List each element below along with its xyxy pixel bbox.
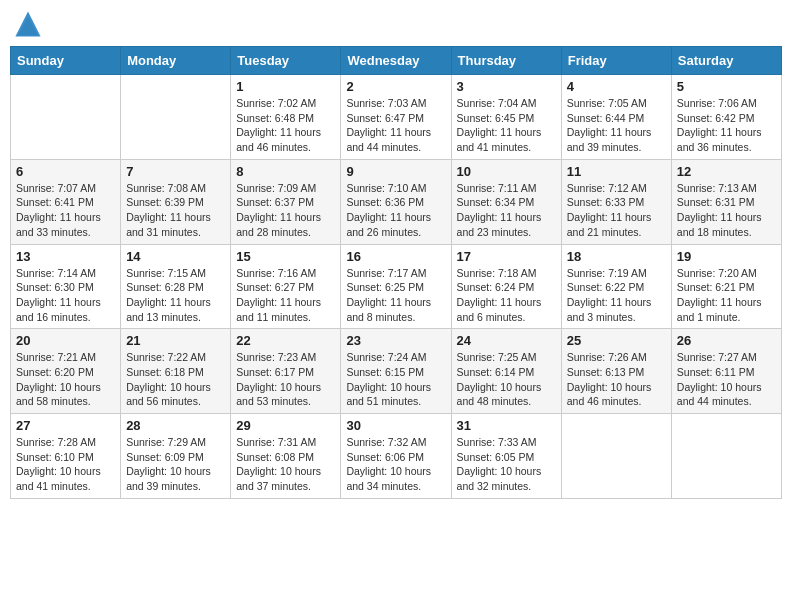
calendar-cell: 28Sunrise: 7:29 AM Sunset: 6:09 PM Dayli… <box>121 414 231 499</box>
day-info: Sunrise: 7:05 AM Sunset: 6:44 PM Dayligh… <box>567 96 666 155</box>
calendar-cell: 12Sunrise: 7:13 AM Sunset: 6:31 PM Dayli… <box>671 159 781 244</box>
calendar-cell: 5Sunrise: 7:06 AM Sunset: 6:42 PM Daylig… <box>671 75 781 160</box>
day-info: Sunrise: 7:22 AM Sunset: 6:18 PM Dayligh… <box>126 350 225 409</box>
calendar-header-sunday: Sunday <box>11 47 121 75</box>
day-number: 3 <box>457 79 556 94</box>
calendar-cell: 26Sunrise: 7:27 AM Sunset: 6:11 PM Dayli… <box>671 329 781 414</box>
day-info: Sunrise: 7:28 AM Sunset: 6:10 PM Dayligh… <box>16 435 115 494</box>
day-number: 25 <box>567 333 666 348</box>
day-info: Sunrise: 7:02 AM Sunset: 6:48 PM Dayligh… <box>236 96 335 155</box>
calendar-table: SundayMondayTuesdayWednesdayThursdayFrid… <box>10 46 782 499</box>
day-info: Sunrise: 7:08 AM Sunset: 6:39 PM Dayligh… <box>126 181 225 240</box>
day-number: 20 <box>16 333 115 348</box>
calendar-cell: 22Sunrise: 7:23 AM Sunset: 6:17 PM Dayli… <box>231 329 341 414</box>
day-info: Sunrise: 7:03 AM Sunset: 6:47 PM Dayligh… <box>346 96 445 155</box>
day-info: Sunrise: 7:19 AM Sunset: 6:22 PM Dayligh… <box>567 266 666 325</box>
calendar-header-saturday: Saturday <box>671 47 781 75</box>
day-number: 19 <box>677 249 776 264</box>
day-number: 24 <box>457 333 556 348</box>
day-number: 5 <box>677 79 776 94</box>
calendar-cell: 23Sunrise: 7:24 AM Sunset: 6:15 PM Dayli… <box>341 329 451 414</box>
calendar-cell: 20Sunrise: 7:21 AM Sunset: 6:20 PM Dayli… <box>11 329 121 414</box>
day-info: Sunrise: 7:24 AM Sunset: 6:15 PM Dayligh… <box>346 350 445 409</box>
day-info: Sunrise: 7:07 AM Sunset: 6:41 PM Dayligh… <box>16 181 115 240</box>
calendar-cell: 10Sunrise: 7:11 AM Sunset: 6:34 PM Dayli… <box>451 159 561 244</box>
day-number: 10 <box>457 164 556 179</box>
logo <box>14 10 46 38</box>
calendar-cell <box>121 75 231 160</box>
day-info: Sunrise: 7:16 AM Sunset: 6:27 PM Dayligh… <box>236 266 335 325</box>
calendar-cell: 19Sunrise: 7:20 AM Sunset: 6:21 PM Dayli… <box>671 244 781 329</box>
day-info: Sunrise: 7:13 AM Sunset: 6:31 PM Dayligh… <box>677 181 776 240</box>
calendar-cell: 9Sunrise: 7:10 AM Sunset: 6:36 PM Daylig… <box>341 159 451 244</box>
calendar-cell: 29Sunrise: 7:31 AM Sunset: 6:08 PM Dayli… <box>231 414 341 499</box>
calendar-cell: 8Sunrise: 7:09 AM Sunset: 6:37 PM Daylig… <box>231 159 341 244</box>
day-info: Sunrise: 7:20 AM Sunset: 6:21 PM Dayligh… <box>677 266 776 325</box>
day-info: Sunrise: 7:23 AM Sunset: 6:17 PM Dayligh… <box>236 350 335 409</box>
calendar-cell: 2Sunrise: 7:03 AM Sunset: 6:47 PM Daylig… <box>341 75 451 160</box>
day-info: Sunrise: 7:33 AM Sunset: 6:05 PM Dayligh… <box>457 435 556 494</box>
calendar-cell: 30Sunrise: 7:32 AM Sunset: 6:06 PM Dayli… <box>341 414 451 499</box>
day-info: Sunrise: 7:15 AM Sunset: 6:28 PM Dayligh… <box>126 266 225 325</box>
day-number: 23 <box>346 333 445 348</box>
day-number: 2 <box>346 79 445 94</box>
day-number: 22 <box>236 333 335 348</box>
day-info: Sunrise: 7:25 AM Sunset: 6:14 PM Dayligh… <box>457 350 556 409</box>
logo-icon <box>14 10 42 38</box>
day-info: Sunrise: 7:31 AM Sunset: 6:08 PM Dayligh… <box>236 435 335 494</box>
calendar-cell: 1Sunrise: 7:02 AM Sunset: 6:48 PM Daylig… <box>231 75 341 160</box>
calendar-cell: 7Sunrise: 7:08 AM Sunset: 6:39 PM Daylig… <box>121 159 231 244</box>
day-number: 28 <box>126 418 225 433</box>
day-info: Sunrise: 7:17 AM Sunset: 6:25 PM Dayligh… <box>346 266 445 325</box>
calendar-cell: 24Sunrise: 7:25 AM Sunset: 6:14 PM Dayli… <box>451 329 561 414</box>
day-number: 11 <box>567 164 666 179</box>
calendar-week-row: 20Sunrise: 7:21 AM Sunset: 6:20 PM Dayli… <box>11 329 782 414</box>
day-info: Sunrise: 7:26 AM Sunset: 6:13 PM Dayligh… <box>567 350 666 409</box>
calendar-cell: 21Sunrise: 7:22 AM Sunset: 6:18 PM Dayli… <box>121 329 231 414</box>
calendar-header-friday: Friday <box>561 47 671 75</box>
calendar-cell: 18Sunrise: 7:19 AM Sunset: 6:22 PM Dayli… <box>561 244 671 329</box>
day-info: Sunrise: 7:12 AM Sunset: 6:33 PM Dayligh… <box>567 181 666 240</box>
calendar-header-row: SundayMondayTuesdayWednesdayThursdayFrid… <box>11 47 782 75</box>
day-number: 8 <box>236 164 335 179</box>
calendar-cell: 16Sunrise: 7:17 AM Sunset: 6:25 PM Dayli… <box>341 244 451 329</box>
day-number: 9 <box>346 164 445 179</box>
day-number: 29 <box>236 418 335 433</box>
day-number: 13 <box>16 249 115 264</box>
calendar-cell: 6Sunrise: 7:07 AM Sunset: 6:41 PM Daylig… <box>11 159 121 244</box>
calendar-week-row: 1Sunrise: 7:02 AM Sunset: 6:48 PM Daylig… <box>11 75 782 160</box>
day-number: 31 <box>457 418 556 433</box>
calendar-cell: 13Sunrise: 7:14 AM Sunset: 6:30 PM Dayli… <box>11 244 121 329</box>
day-info: Sunrise: 7:29 AM Sunset: 6:09 PM Dayligh… <box>126 435 225 494</box>
day-info: Sunrise: 7:11 AM Sunset: 6:34 PM Dayligh… <box>457 181 556 240</box>
calendar-cell <box>11 75 121 160</box>
calendar-week-row: 27Sunrise: 7:28 AM Sunset: 6:10 PM Dayli… <box>11 414 782 499</box>
day-number: 17 <box>457 249 556 264</box>
day-number: 12 <box>677 164 776 179</box>
day-info: Sunrise: 7:32 AM Sunset: 6:06 PM Dayligh… <box>346 435 445 494</box>
calendar-cell: 3Sunrise: 7:04 AM Sunset: 6:45 PM Daylig… <box>451 75 561 160</box>
page-header <box>10 10 782 38</box>
day-info: Sunrise: 7:18 AM Sunset: 6:24 PM Dayligh… <box>457 266 556 325</box>
calendar-cell: 25Sunrise: 7:26 AM Sunset: 6:13 PM Dayli… <box>561 329 671 414</box>
day-info: Sunrise: 7:09 AM Sunset: 6:37 PM Dayligh… <box>236 181 335 240</box>
calendar-cell: 15Sunrise: 7:16 AM Sunset: 6:27 PM Dayli… <box>231 244 341 329</box>
calendar-cell: 27Sunrise: 7:28 AM Sunset: 6:10 PM Dayli… <box>11 414 121 499</box>
day-info: Sunrise: 7:04 AM Sunset: 6:45 PM Dayligh… <box>457 96 556 155</box>
day-number: 14 <box>126 249 225 264</box>
day-info: Sunrise: 7:14 AM Sunset: 6:30 PM Dayligh… <box>16 266 115 325</box>
day-info: Sunrise: 7:06 AM Sunset: 6:42 PM Dayligh… <box>677 96 776 155</box>
calendar-header-tuesday: Tuesday <box>231 47 341 75</box>
day-number: 4 <box>567 79 666 94</box>
day-info: Sunrise: 7:10 AM Sunset: 6:36 PM Dayligh… <box>346 181 445 240</box>
calendar-week-row: 6Sunrise: 7:07 AM Sunset: 6:41 PM Daylig… <box>11 159 782 244</box>
calendar-cell: 11Sunrise: 7:12 AM Sunset: 6:33 PM Dayli… <box>561 159 671 244</box>
calendar-cell: 17Sunrise: 7:18 AM Sunset: 6:24 PM Dayli… <box>451 244 561 329</box>
calendar-header-monday: Monday <box>121 47 231 75</box>
day-number: 18 <box>567 249 666 264</box>
calendar-week-row: 13Sunrise: 7:14 AM Sunset: 6:30 PM Dayli… <box>11 244 782 329</box>
day-number: 6 <box>16 164 115 179</box>
day-number: 7 <box>126 164 225 179</box>
calendar-cell: 31Sunrise: 7:33 AM Sunset: 6:05 PM Dayli… <box>451 414 561 499</box>
calendar-cell <box>561 414 671 499</box>
